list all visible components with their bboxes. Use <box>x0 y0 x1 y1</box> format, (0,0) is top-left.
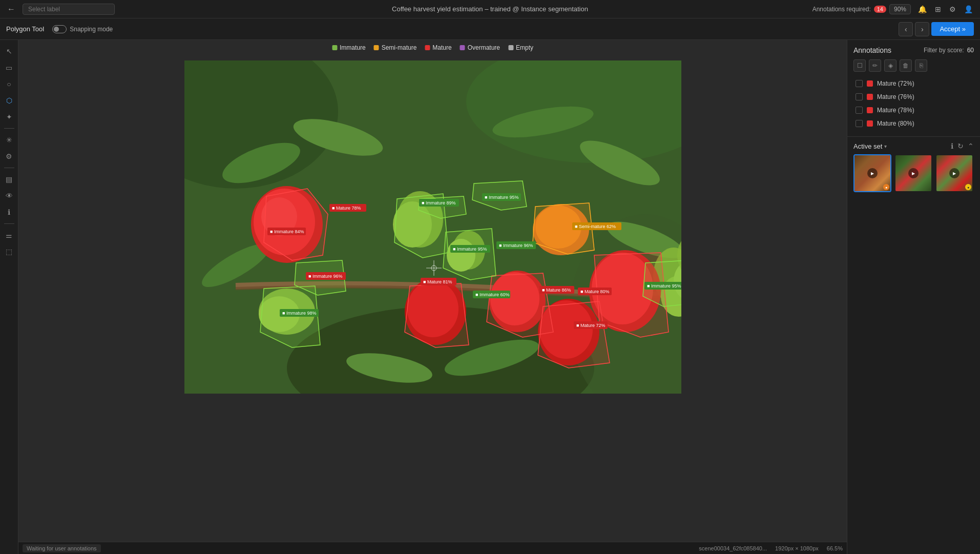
accept-button[interactable]: Accept » <box>931 22 974 36</box>
user-icon[interactable]: 👤 <box>963 4 974 14</box>
annotation-item-4[interactable]: Mature (80%) <box>853 117 974 130</box>
sidebar-info-icon[interactable]: ℹ <box>2 205 16 219</box>
annotations-required-label: Annotations required: 14 90% <box>812 4 911 14</box>
ann-label-4: Mature (80%) <box>877 120 914 127</box>
legend-dot-overmature <box>460 45 465 50</box>
sidebar-cursor-tool[interactable]: ↖ <box>2 44 16 58</box>
select-label-input[interactable] <box>23 4 115 15</box>
right-panel: Annotations Filter by score: 60 ☐ ✏ ◈ 🗑 … <box>847 40 980 554</box>
back-button[interactable]: ← <box>4 4 18 15</box>
thumbnails-grid: ▶ ● ▶ ▶ ● <box>847 154 980 198</box>
active-set-section: Active set ▾ ℹ ↻ ⌃ ▶ ● ▶ <box>847 137 980 198</box>
svg-text:■ Mature 81%: ■ Mature 81% <box>423 279 452 284</box>
sidebar-layers-icon[interactable]: ▤ <box>2 172 16 187</box>
select-all-checkbox[interactable]: ☐ <box>853 59 866 72</box>
thumb-badge-1: ● <box>883 184 889 190</box>
legend-semi-mature: Semi-mature <box>374 44 417 51</box>
sidebar-divider-3 <box>4 223 14 224</box>
annotation-item-2[interactable]: Mature (76%) <box>853 90 974 104</box>
snapping-toggle[interactable]: Snapping mode <box>52 25 113 33</box>
thumbnail-2[interactable]: ▶ <box>894 154 932 192</box>
snapping-toggle-dot <box>54 27 59 32</box>
thumb-play-3: ▶ <box>949 168 960 178</box>
sidebar-eye-icon[interactable]: 👁 <box>2 189 16 203</box>
waiting-label: Waiting for user annotations <box>23 544 101 552</box>
svg-text:■ Immature 95%: ■ Immature 95% <box>647 283 681 289</box>
legend-dot-empty <box>508 45 513 50</box>
svg-text:■ Mature 78%: ■ Mature 78% <box>332 206 361 211</box>
legend-immature: Immature <box>332 44 366 51</box>
sidebar-sliders-icon[interactable]: ⚌ <box>2 228 16 242</box>
legend-bar: Immature Semi-mature Mature Overmature E… <box>332 44 533 51</box>
active-set-refresh-btn[interactable]: ↻ <box>957 142 964 150</box>
main-content: ↖ ▭ ○ ⬡ ✦ ✳ ⚙ ▤ 👁 ℹ ⚌ ⬚ Immature Semi-ma… <box>0 40 980 554</box>
coffee-image: ■ Mature 78% ■ Immature 84% ■ Immature 9… <box>184 60 681 394</box>
legend-mature: Mature <box>425 44 451 51</box>
sidebar-adjust-tool[interactable]: ⚙ <box>2 149 16 163</box>
settings-icon[interactable]: ⚙ <box>948 4 957 14</box>
annotations-section: Annotations Filter by score: 60 ☐ ✏ ◈ 🗑 … <box>847 40 980 137</box>
canvas-area[interactable]: Immature Semi-mature Mature Overmature E… <box>18 40 847 554</box>
thumbnail-3[interactable]: ▶ ● <box>935 154 973 192</box>
annotation-image[interactable]: ■ Mature 78% ■ Immature 84% ■ Immature 9… <box>184 60 681 394</box>
pencil-tool-btn[interactable]: ✏ <box>869 59 881 72</box>
sidebar-divider-2 <box>4 168 14 168</box>
legend-dot-immature <box>332 45 337 50</box>
score-value: 60 <box>967 47 974 54</box>
delete-tool-btn[interactable]: 🗑 <box>900 59 912 72</box>
copy-tool-btn[interactable]: ⎘ <box>915 59 927 72</box>
sidebar-magic-wand-tool[interactable]: ✳ <box>2 133 16 147</box>
active-set-title[interactable]: Active set ▾ <box>853 142 887 150</box>
notifications-icon[interactable]: 🔔 <box>917 4 928 14</box>
svg-text:■ Mature 86%: ■ Mature 86% <box>542 288 571 293</box>
ann-checkbox-2[interactable] <box>856 93 863 100</box>
filter-score: Filter by score: 60 <box>924 47 974 54</box>
topbar-right: Annotations required: 14 90% 🔔 ⊞ ⚙ 👤 <box>806 4 980 14</box>
status-bar: Waiting for user annotations scene00034_… <box>18 542 847 554</box>
sidebar-circle-tool[interactable]: ○ <box>2 77 16 91</box>
next-button[interactable]: › <box>915 22 929 36</box>
ann-color-3 <box>867 107 873 113</box>
thumb-play-1: ▶ <box>867 168 878 178</box>
sidebar-polygon-tool[interactable]: ⬡ <box>2 93 16 108</box>
polygon-tool-label: Polygon Tool <box>6 25 44 33</box>
progress-badge: 90% <box>889 4 911 14</box>
annotation-item-3[interactable]: Mature (78%) <box>853 104 974 117</box>
eyedropper-tool-btn[interactable]: ◈ <box>884 59 896 72</box>
grid-icon[interactable]: ⊞ <box>934 4 942 14</box>
nav-arrows: ‹ › Accept » <box>899 22 974 36</box>
annotations-header: Annotations Filter by score: 60 <box>853 46 974 54</box>
topbar: ← Coffee harvest yield estimation – trai… <box>0 0 980 18</box>
svg-text:■ Mature 72%: ■ Mature 72% <box>576 323 605 328</box>
ann-color-2 <box>867 94 873 100</box>
ann-checkbox-4[interactable] <box>856 120 863 127</box>
ann-color-4 <box>867 120 873 127</box>
prev-button[interactable]: ‹ <box>899 22 913 36</box>
zoom-level: 66.5% <box>827 545 843 551</box>
annotations-count-badge: 14 <box>874 6 886 13</box>
thumb-play-2: ▶ <box>908 168 919 178</box>
annotation-item-1[interactable]: Mature (72%) <box>853 77 974 90</box>
sidebar-camera-icon[interactable]: ⬚ <box>2 244 16 259</box>
sidebar-rectangle-tool[interactable]: ▭ <box>2 60 16 75</box>
annotations-title: Annotations <box>853 46 891 54</box>
thumb-badge-3: ● <box>965 184 971 190</box>
annotation-toolbar: ☐ ✏ ◈ 🗑 ⎘ <box>853 59 974 72</box>
active-set-info-btn[interactable]: ℹ <box>951 142 953 150</box>
topbar-left: ← <box>0 4 143 15</box>
sidebar-brush-tool[interactable]: ✦ <box>2 110 16 124</box>
ann-checkbox-1[interactable] <box>856 80 863 87</box>
svg-text:■ Immature 89%: ■ Immature 89% <box>422 200 455 206</box>
active-set-collapse-btn[interactable]: ⌃ <box>968 142 974 150</box>
ann-label-2: Mature (76%) <box>877 93 914 100</box>
thumbnail-1[interactable]: ▶ ● <box>853 154 891 192</box>
snapping-toggle-circle[interactable] <box>52 25 67 33</box>
annotation-svg: ■ Mature 78% ■ Immature 84% ■ Immature 9… <box>184 60 681 394</box>
active-set-icons: ℹ ↻ ⌃ <box>951 142 974 150</box>
ann-checkbox-3[interactable] <box>856 107 863 114</box>
ann-label-3: Mature (78%) <box>877 107 914 114</box>
legend-overmature: Overmature <box>460 44 500 51</box>
svg-text:■ Immature 96%: ■ Immature 96% <box>308 274 342 279</box>
svg-text:■ Immature 98%: ■ Immature 98% <box>282 311 316 316</box>
ann-color-1 <box>867 80 873 87</box>
